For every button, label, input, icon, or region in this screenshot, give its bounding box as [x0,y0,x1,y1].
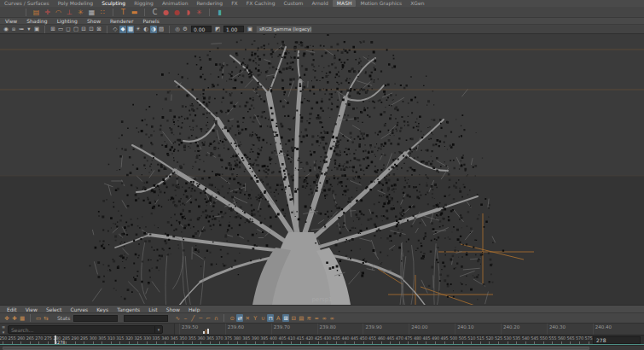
view-transform-select[interactable]: sRGB gamma (legacy) ▾ [256,26,312,33]
shelf-tab[interactable]: Poly Modeling [54,0,98,7]
stats-time-field[interactable] [73,315,118,322]
isolate-select-icon[interactable]: ◎ [174,26,181,33]
shelf-tab[interactable]: FX [227,0,242,7]
safe-action-icon[interactable]: ⊡ [88,26,95,33]
exposure-field[interactable] [191,26,212,32]
wireframe-icon[interactable]: ◇ [112,26,119,33]
post-infinity-icon[interactable]: ∞ [328,314,335,322]
shelf-tab[interactable]: Rendering [193,0,228,7]
graph-editor-menu-item[interactable]: View [26,306,38,312]
stats-value-field[interactable] [124,315,168,322]
graph-editor-graph-area[interactable]: 239.50239.60239.70239.80239.90240.00240.… [176,324,644,335]
search-input[interactable] [9,326,154,333]
absolute-view-icon[interactable]: ▤ [298,314,305,322]
select-camera-icon[interactable]: ◉ [3,26,9,33]
shadows-icon[interactable]: ◐ [142,26,149,33]
shelf-tab[interactable]: FX Caching [242,0,280,7]
pinch-tool-icon[interactable]: ✳ [76,8,85,17]
shelf-tab[interactable]: XGen [406,0,428,7]
panel-menu-item[interactable]: Lighting [57,18,78,24]
clamped-tangent-icon[interactable]: ⌢ [182,314,189,322]
spray-brush-icon[interactable]: ✳ [194,8,204,17]
value-snap-icon[interactable]: ⊟ [290,314,297,322]
sculpt-tool-icon[interactable]: ▤ [32,8,41,17]
graph-editor-menu-item[interactable]: Show [166,306,180,312]
resolution-gate-icon[interactable]: ◻ [65,26,72,33]
auto-tangent-icon[interactable]: A [275,314,281,322]
freeze-tool-icon[interactable]: T [119,8,128,17]
retime-tool-icon[interactable]: ⇆ [43,314,49,322]
current-frame-field[interactable] [593,336,641,344]
stacked-view-icon[interactable]: ≋ [305,314,312,322]
film-gate-icon[interactable]: ▭ [57,26,64,33]
shelf-tab[interactable]: Rigging [130,0,158,7]
shelf-tab[interactable]: MASH [333,0,357,7]
lock-camera-icon[interactable]: ⧈ [10,26,17,33]
safe-title-icon[interactable]: ⊠ [96,26,102,33]
shaded-icon[interactable]: ◆ [119,26,126,33]
shelf-tab[interactable]: Custom [279,0,307,7]
exposure-gear-icon[interactable]: ⚙ [182,26,189,33]
step-tangent-icon[interactable]: ⌐ [205,314,212,322]
panel-menu-item[interactable]: Renderer [110,18,133,24]
textured-icon[interactable]: ▩ [127,26,134,33]
graph-editor-menu-item[interactable]: List [148,306,158,312]
blob-brush-icon[interactable]: ◗ [183,8,193,17]
time-snap-icon[interactable]: ⊞ [282,314,289,322]
sphere-brush-icon[interactable]: ● [161,8,171,17]
insert-keys-icon[interactable]: ✚ [11,314,18,322]
apple-brush-icon[interactable]: ● [172,8,182,17]
range-slider[interactable] [0,345,644,350]
swap-buffer-icon[interactable]: ⇄ [236,314,243,322]
bookmark-icon[interactable]: ▾ [26,26,32,33]
graph-editor-menu-item[interactable]: Tangents [117,306,140,312]
graph-editor-menu-item[interactable]: Edit [7,306,17,312]
move-nearest-key-icon[interactable]: ✥ [3,314,10,322]
graph-editor-menu-item[interactable]: Help [189,306,200,312]
range-slider-bar[interactable] [3,347,589,350]
buffer-snapshot-icon[interactable]: ⊙ [229,314,235,322]
spline-tangent-icon[interactable]: ∿ [174,314,181,322]
normalized-view-icon[interactable]: ≈ [313,314,320,322]
time-slider[interactable]: 250 255 260 265 270 275 280 285 290 295 … [0,335,644,345]
shelf-tab[interactable]: Motion Graphics [356,0,406,7]
linear-tangent-icon[interactable]: ╱ [189,314,196,322]
panel-menu-item[interactable]: Shading [26,18,47,24]
grid-icon[interactable]: ⊞ [49,26,56,33]
gamma-icon[interactable]: ◩ [214,26,221,33]
flat-tangent-icon[interactable]: ─ [197,314,204,322]
region-tool-icon[interactable]: ▭ [35,314,42,322]
crescent-brush-icon[interactable]: C [150,8,160,17]
free-tangent-weight-icon[interactable]: ∪ [259,314,266,322]
field-chart-icon[interactable]: ⊟ [80,26,87,33]
color-management-icon[interactable]: ▣ [247,26,253,33]
smooth-tool-icon[interactable]: ✛ [43,8,52,17]
panel-menu-item[interactable]: View [5,18,17,24]
plateau-tangent-icon[interactable]: ∩ [212,314,219,322]
gate-mask-icon[interactable]: ▢ [73,26,79,33]
lights-icon[interactable]: ☀ [135,26,142,33]
graph-editor-menu-item[interactable]: Select [46,306,62,312]
image-plane-icon[interactable]: ▣ [33,26,40,33]
mash-editor-icon[interactable]: ▮ [215,8,224,17]
grab-tool-icon[interactable]: ⊥ [65,8,74,17]
spray-tool-icon[interactable]: ∷ [98,8,107,17]
graph-editor-menu-item[interactable]: Curves [70,306,88,312]
relax-tool-icon[interactable]: ◠ [54,8,63,17]
shelf-tab[interactable]: Sculpting [97,0,130,7]
pre-infinity-icon[interactable]: ∞ [321,314,328,322]
graph-editor-menu-item[interactable]: Keys [96,306,108,312]
lattice-deform-keys-icon[interactable]: ▦ [19,314,26,322]
ao-icon[interactable]: ◑ [150,26,157,33]
shelf-tab[interactable]: Curves / Surfaces [0,0,54,7]
flatten-tool-icon[interactable]: ▦ [87,8,96,17]
unify-tangent-icon[interactable]: Y [252,314,258,322]
panel-menu-item[interactable]: Panels [142,18,159,24]
viewport[interactable]: persp1 [0,34,644,305]
anti-alias-icon[interactable]: ▨ [158,26,165,33]
shelf-tab[interactable]: Arnold [307,0,332,7]
unfreeze-tool-icon[interactable]: ▬ [130,8,139,17]
lock-tangent-weight-icon[interactable]: ⊓ [267,314,274,322]
panel-menu-item[interactable]: Show [87,18,101,24]
gamma-field[interactable] [223,26,244,32]
